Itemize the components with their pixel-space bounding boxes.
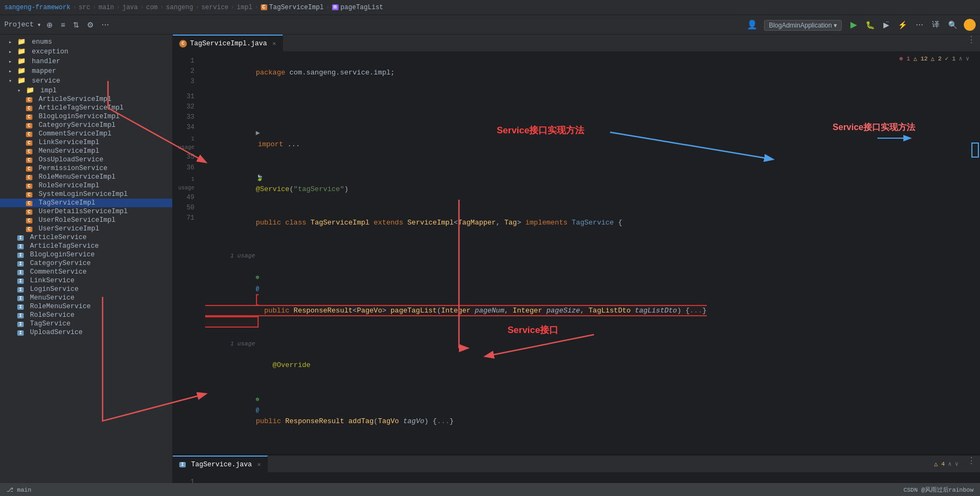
breadcrumb-item-7[interactable]: service [201, 4, 228, 11]
sidebar-item-ArticleService[interactable]: I ArticleService [0, 233, 172, 242]
collapse-all-button[interactable]: ≡ [58, 19, 67, 30]
sidebar-item-CommentServiceImpl[interactable]: C CommentServiceImpl [0, 130, 172, 138]
breadcrumb-item-2[interactable]: src [79, 4, 91, 11]
label-handler: handler [32, 58, 60, 65]
tab-TagServiceImpl[interactable]: C TagServiceImpl.java ✕ [173, 35, 283, 51]
more-button[interactable]: ⋯ [99, 19, 111, 30]
label-TagServiceImpl: TagServiceImpl [39, 199, 96, 207]
sidebar-item-PermissionService[interactable]: C PermissionService [0, 164, 172, 173]
code-line-usage49: 1 usage [205, 339, 980, 349]
status-right: CSDN @风雨过后rainbow [903, 486, 974, 494]
csdn-credit: CSDN @风雨过后rainbow [903, 487, 974, 493]
sidebar-item-BlogLoginServiceImpl[interactable]: C BlogLoginServiceImpl [0, 112, 172, 121]
tab-menu-button-top[interactable]: ⋮ [963, 35, 980, 51]
sidebar-item-ArticleTagService[interactable]: I ArticleTagService [0, 242, 172, 250]
breadcrumb-item-9[interactable]: TagServiceImpl [269, 4, 324, 11]
sidebar-item-impl[interactable]: 📁 impl [0, 85, 172, 95]
sidebar-item-CategoryServiceImpl[interactable]: C CategoryServiceImpl [0, 121, 172, 130]
sidebar-item-SystemLoginServiceImpl[interactable]: C SystemLoginServiceImpl [0, 190, 172, 199]
sidebar-item-enums[interactable]: 📁 enums [0, 37, 172, 46]
label-TagService: TagService [30, 320, 71, 328]
sidebar-item-UserRoleServiceImpl[interactable]: C UserRoleServiceImpl [0, 216, 172, 225]
sidebar-item-RoleService[interactable]: I RoleService [0, 311, 172, 320]
label-CategoryServiceImpl: CategoryServiceImpl [39, 121, 116, 129]
breadcrumb-item-3[interactable]: main [98, 4, 114, 11]
main-layout: 📁 enums 📁 exception 📁 handler 📁 mapper [0, 35, 980, 496]
label-RoleService: RoleService [30, 311, 75, 319]
sidebar-item-ArticleTagServiceImpl[interactable]: C ArticleTagServiceImpl [0, 104, 172, 112]
sidebar-item-MenuServiceImpl[interactable]: C MenuServiceImpl [0, 147, 172, 155]
code-content-top[interactable]: package com.sangeng.service.impl; ▶ impo… [199, 52, 980, 454]
breadcrumb-item-8[interactable]: impl [237, 4, 253, 11]
debug-button[interactable]: 🐛 [863, 19, 877, 30]
sep4: › [140, 4, 144, 11]
coverage-button[interactable]: ▶̈ [881, 19, 891, 30]
sidebar-item-RoleMenuService[interactable]: I RoleMenuService [0, 302, 172, 311]
code-line-3 [205, 101, 980, 112]
translate-button[interactable]: 译 [930, 19, 942, 31]
tab-close-TagServiceImpl[interactable]: ✕ [273, 40, 276, 47]
sidebar-item-ArticleServiceImpl[interactable]: C ArticleServiceImpl [0, 95, 172, 104]
label-UploadService: UploadService [30, 329, 83, 336]
sidebar-item-OssUploadService[interactable]: C OssUploadService [0, 155, 172, 164]
label-exception: exception [32, 48, 69, 56]
code-line-71 [205, 439, 980, 450]
sidebar-item-LinkService[interactable]: I LinkService [0, 276, 172, 285]
nav-up-top[interactable]: ∧ [959, 55, 963, 62]
ok-indicator: ✓ 1 [945, 55, 956, 62]
sidebar-item-MenuService[interactable]: I MenuService [0, 294, 172, 302]
code-editor-top[interactable]: ⊗ 1 △ 12 △ 2 ✓ 1 ∧ ∨ 1 2 3 31 32 33 34 1… [173, 52, 980, 454]
tab-TagService[interactable]: I TagService.java ✕ [173, 456, 268, 472]
sep5: › [160, 4, 164, 11]
settings-button[interactable]: ⚙ [85, 19, 96, 30]
sidebar-item-LoginService[interactable]: I LoginService [0, 285, 172, 294]
profile-button[interactable]: ⚡ [896, 19, 909, 30]
sidebar-item-UserServiceImpl[interactable]: C UserServiceImpl [0, 225, 172, 233]
tab-close-TagService[interactable]: ✕ [258, 461, 261, 468]
sidebar-item-LinkServiceImpl[interactable]: C LinkServiceImpl [0, 138, 172, 147]
nav-down-top[interactable]: ∨ [965, 55, 969, 62]
code-line-35: ⊕ @ public ResponseResult<PageVo> pageTa… [205, 261, 980, 339]
sidebar-item-CategoryService[interactable]: I CategoryService [0, 259, 172, 268]
run-button[interactable]: ▶ [848, 18, 859, 31]
breadcrumb-item-1[interactable]: sangeng-framework [4, 4, 70, 11]
sidebar-item-handler[interactable]: 📁 handler [0, 56, 172, 66]
sidebar-item-BlogLoginService[interactable]: I BlogLoginService [0, 250, 172, 259]
breadcrumb-item-5[interactable]: com [146, 4, 158, 11]
sep6: › [195, 4, 199, 11]
breadcrumb-icon-c: C [261, 4, 267, 10]
folder-icon-impl: 📁 [26, 87, 35, 94]
label-RoleMenuServiceImpl: RoleMenuServiceImpl [39, 173, 116, 181]
sidebar-item-UploadService[interactable]: I UploadService [0, 328, 172, 337]
sidebar-item-mapper[interactable]: 📁 mapper [0, 66, 172, 76]
sort-button[interactable]: ⇅ [71, 19, 82, 30]
sidebar-item-UserDetailsServiceImpl[interactable]: C UserDetailsServiceImpl [0, 207, 172, 216]
sidebar-item-exception[interactable]: 📁 exception [0, 46, 172, 56]
folder-icon-service: 📁 [17, 77, 26, 85]
code-line-33: public class TagServiceImpl extends Serv… [205, 206, 980, 240]
sidebar-item-RoleServiceImpl[interactable]: C RoleServiceImpl [0, 181, 172, 190]
label-UserRoleServiceImpl: UserRoleServiceImpl [39, 216, 116, 224]
sidebar-item-TagServiceImpl[interactable]: C TagServiceImpl [0, 199, 172, 207]
breadcrumb-item-6[interactable]: sangeng [166, 4, 193, 11]
project-dropdown-icon[interactable]: ▾ [37, 21, 42, 29]
tab-menu-button-bottom[interactable]: ⋮ [963, 456, 980, 472]
sidebar-item-service[interactable]: 📁 service [0, 76, 172, 85]
sync-button[interactable]: ⊕ [44, 19, 55, 30]
code-line-50: ⊕ @ public ResponseResult addTag(TagVo t… [205, 383, 980, 439]
nav-up-bottom[interactable]: ∧ [948, 460, 952, 467]
search-button[interactable]: 🔍 [946, 19, 959, 30]
breadcrumb-item-4[interactable]: java [122, 4, 138, 11]
breadcrumb-item-10[interactable]: pageTagList [341, 4, 383, 11]
nav-down-bottom[interactable]: ∨ [955, 460, 958, 467]
label-mapper: mapper [32, 67, 56, 75]
git-branch: ⎇ main [6, 486, 31, 493]
sidebar-item-RoleMenuServiceImpl[interactable]: C RoleMenuServiceImpl [0, 173, 172, 181]
label-BlogLoginService: BlogLoginService [30, 251, 95, 259]
run-config-dropdown[interactable]: BlogAdminApplication ▾ [762, 19, 844, 30]
label-CommentServiceImpl: CommentServiceImpl [39, 130, 112, 138]
sidebar-item-TagService[interactable]: I TagService [0, 320, 172, 328]
more-run-button[interactable]: ⋯ [914, 19, 925, 30]
tab-bar-bottom: I TagService.java ✕ △ 4 ∧ ∨ ⋮ [173, 456, 980, 473]
sidebar-item-CommentService[interactable]: I CommentService [0, 268, 172, 276]
